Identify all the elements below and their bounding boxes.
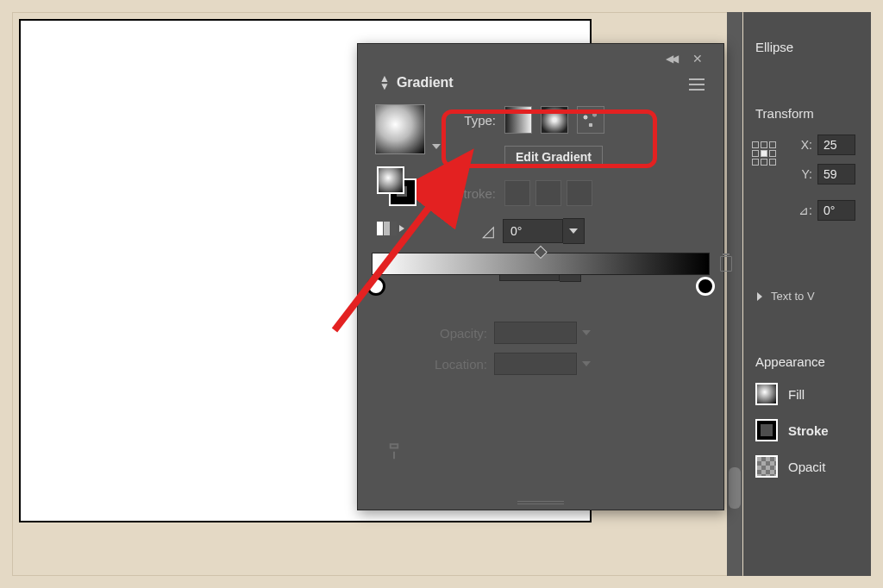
scrollbar-thumb[interactable] — [729, 467, 741, 509]
gradient-preview-swatch[interactable] — [375, 104, 425, 154]
canvas-scrollbar[interactable] — [727, 12, 742, 576]
y-label: Y: — [793, 167, 812, 181]
highlight-box — [442, 109, 657, 168]
location-dropdown — [577, 353, 596, 375]
reference-point-selector[interactable] — [752, 141, 778, 167]
stroke-row[interactable]: Stroke — [755, 419, 871, 441]
fill-stroke-toggle[interactable] — [377, 166, 416, 206]
stroke-swatch-icon[interactable] — [755, 419, 778, 441]
gradient-stop-end[interactable] — [696, 277, 715, 296]
stroke-apply-within-button[interactable] — [504, 180, 530, 206]
panel-tab-bar: ▲▼ Gradient — [379, 75, 454, 91]
opacity-label: Opacity: — [418, 326, 487, 341]
gradient-panel-title[interactable]: Gradient — [397, 75, 454, 91]
stroke-apply-along-button[interactable] — [535, 180, 561, 206]
x-label: X: — [793, 138, 812, 152]
delete-stop-icon[interactable] — [720, 256, 732, 272]
panel-menu-icon[interactable] — [689, 78, 705, 91]
gradient-stop-start[interactable] — [366, 277, 385, 296]
opacity-input — [494, 322, 577, 344]
fill-row[interactable]: Fill — [755, 383, 871, 405]
panel-collapse-icon[interactable]: ◀◀ — [666, 53, 676, 65]
shape-name-label: Ellipse — [743, 40, 871, 54]
swatch-dropdown-icon[interactable] — [432, 144, 441, 149]
transform-section-title: Transform — [743, 106, 871, 121]
panel-close-icon[interactable]: ✕ — [692, 52, 703, 66]
location-label: Location: — [418, 357, 487, 372]
angle-icon: ◿ — [477, 222, 494, 241]
fill-swatch-icon[interactable] — [377, 166, 404, 194]
opacity-swatch-icon[interactable] — [755, 455, 778, 478]
location-input — [494, 353, 577, 375]
opacity-row[interactable]: Opacit — [755, 455, 871, 478]
angle-dropdown-button[interactable] — [563, 218, 585, 244]
text-to-label: Text to V — [771, 290, 815, 303]
panel-toggle-icon[interactable]: ▲▼ — [379, 75, 390, 91]
fill-swatch-icon[interactable] — [755, 383, 778, 405]
y-input[interactable]: 59 — [817, 164, 855, 185]
properties-panel: Ellipse Transform X: 25 Y: 59 ⊿: 0° Text… — [743, 12, 871, 576]
appearance-section-title: Appearance — [743, 354, 871, 369]
rotate-label: ⊿: — [793, 203, 812, 217]
stroke-label: Stroke: — [448, 186, 496, 201]
x-input[interactable]: 25 — [817, 134, 855, 155]
fill-label: Fill — [788, 387, 805, 402]
angle-input[interactable]: 0° — [503, 219, 563, 243]
expand-chevron-icon[interactable] — [757, 292, 762, 301]
opacity-label: Opacit — [788, 460, 825, 474]
rotate-input[interactable]: 0° — [817, 200, 855, 221]
text-to-section-header[interactable]: Text to V — [757, 290, 871, 303]
stroke-label: Stroke — [788, 423, 829, 438]
gradient-panel-header: ◀◀ ✕ ▲▼ Gradient — [358, 44, 723, 94]
eyedropper-icon[interactable] — [379, 435, 409, 464]
stroke-apply-across-button[interactable] — [567, 180, 592, 206]
gradient-slider[interactable] — [372, 253, 710, 313]
opacity-dropdown — [577, 322, 596, 344]
panel-resize-grip[interactable] — [517, 501, 564, 506]
